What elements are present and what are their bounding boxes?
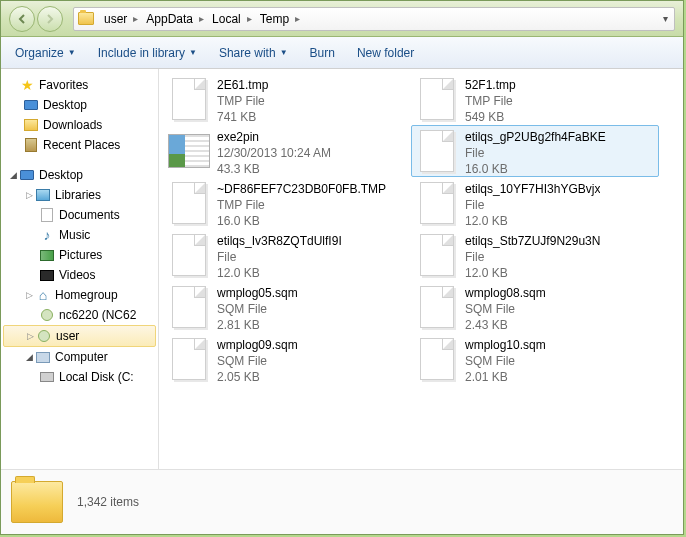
forward-button[interactable] <box>37 6 63 32</box>
file-size: 741 KB <box>217 109 268 125</box>
nav-computer[interactable]: ◢Computer <box>1 347 158 367</box>
expand-icon[interactable]: ◢ <box>23 352 35 362</box>
expand-icon[interactable]: ▷ <box>23 290 35 300</box>
nav-homegroup[interactable]: ▷⌂Homegroup <box>1 285 158 305</box>
file-type: TMP File <box>217 197 386 213</box>
nav-label: user <box>56 329 79 343</box>
crumb-temp[interactable]: Temp▸ <box>256 12 304 26</box>
file-meta: wmplog10.sqmSQM File2.01 KB <box>465 337 546 386</box>
nav-label: Recent Places <box>43 138 120 152</box>
file-type: SQM File <box>465 353 546 369</box>
file-type: File <box>217 249 342 265</box>
chevron-right-icon: ▸ <box>247 13 252 24</box>
file-name: 2E61.tmp <box>217 77 268 93</box>
share-button[interactable]: Share with▼ <box>219 46 288 60</box>
file-item[interactable]: etilqs_Stb7ZUJf9N29u3NFile12.0 KB <box>411 229 659 281</box>
desktop-icon <box>19 167 35 183</box>
nav-videos[interactable]: Videos <box>1 265 158 285</box>
nav-localdisk[interactable]: Local Disk (C: <box>1 367 158 387</box>
file-name: wmplog05.sqm <box>217 285 298 301</box>
nav-label: Homegroup <box>55 288 118 302</box>
crumb-appdata[interactable]: AppData▸ <box>142 12 208 26</box>
file-item[interactable]: wmplog10.sqmSQM File2.01 KB <box>411 333 659 385</box>
file-meta: etilqs_10YF7HI3hYGBvjxFile12.0 KB <box>465 181 600 230</box>
recent-icon <box>23 137 39 153</box>
file-size: 2.43 KB <box>465 317 546 333</box>
nav-nc6220[interactable]: nc6220 (NC62 <box>1 305 158 325</box>
file-size: 43.3 KB <box>217 161 331 177</box>
expand-icon[interactable]: ▷ <box>23 190 35 200</box>
file-item[interactable]: wmplog08.sqmSQM File2.43 KB <box>411 281 659 333</box>
file-item[interactable]: etilqs_Iv3R8ZQTdUlfI9IFile12.0 KB <box>163 229 411 281</box>
desktop-group[interactable]: ◢Desktop <box>1 165 158 185</box>
nav-libraries[interactable]: ▷Libraries <box>1 185 158 205</box>
file-item[interactable]: etilqs_10YF7HI3hYGBvjxFile12.0 KB <box>411 177 659 229</box>
address-dropdown[interactable]: ▾ <box>657 13 674 24</box>
file-name: etilqs_Stb7ZUJf9N29u3N <box>465 233 600 249</box>
folder-icon <box>78 12 94 25</box>
file-meta: etilqs_gP2UBg2fh4FaBKEFile16.0 KB <box>465 129 606 178</box>
file-item[interactable]: 2E61.tmpTMP File741 KB <box>163 73 411 125</box>
content-pane[interactable]: 2E61.tmpTMP File741 KB52F1.tmpTMP File54… <box>159 69 683 469</box>
file-item[interactable]: etilqs_gP2UBg2fh4FaBKEFile16.0 KB <box>411 125 659 177</box>
back-button[interactable] <box>9 6 35 32</box>
file-name: wmplog08.sqm <box>465 285 546 301</box>
computer-icon <box>35 349 51 365</box>
nav-label: Local Disk (C: <box>59 370 134 384</box>
file-item[interactable]: wmplog05.sqmSQM File2.81 KB <box>163 281 411 333</box>
nav-recent[interactable]: Recent Places <box>1 135 158 155</box>
music-icon: ♪ <box>39 227 55 243</box>
crumb-user[interactable]: user▸ <box>100 12 142 26</box>
user-icon <box>36 328 52 344</box>
file-item[interactable]: exe2pin12/30/2013 10:24 AM43.3 KB <box>163 125 411 177</box>
nav-downloads[interactable]: Downloads <box>1 115 158 135</box>
favorites-group[interactable]: ★Favorites <box>1 75 158 95</box>
file-meta: wmplog08.sqmSQM File2.43 KB <box>465 285 546 334</box>
favorites-label: Favorites <box>39 78 88 92</box>
document-icon <box>39 207 55 223</box>
organize-button[interactable]: Organize▼ <box>15 46 76 60</box>
folder-icon <box>11 481 63 523</box>
file-thumbnail <box>167 233 211 277</box>
file-thumbnail <box>167 129 211 173</box>
file-type: 12/30/2013 10:24 AM <box>217 145 331 161</box>
nav-pictures[interactable]: Pictures <box>1 245 158 265</box>
crumb-label: Local <box>212 12 241 26</box>
nav-buttons <box>9 6 63 32</box>
expand-icon[interactable]: ◢ <box>7 170 19 180</box>
user-icon <box>39 307 55 323</box>
nav-user[interactable]: ▷user <box>3 325 156 347</box>
file-item[interactable]: ~DF86FEF7C23DB0F0FB.TMPTMP File16.0 KB <box>163 177 411 229</box>
new-folder-button[interactable]: New folder <box>357 46 414 60</box>
main-area: ★Favorites Desktop Downloads Recent Plac… <box>1 69 683 469</box>
file-type: TMP File <box>465 93 516 109</box>
include-library-button[interactable]: Include in library▼ <box>98 46 197 60</box>
file-thumbnail <box>415 77 459 121</box>
file-name: etilqs_gP2UBg2fh4FaBKE <box>465 129 606 145</box>
chevron-down-icon: ▼ <box>280 48 288 57</box>
toolbar: Organize▼ Include in library▼ Share with… <box>1 37 683 69</box>
nav-label: Downloads <box>43 118 102 132</box>
file-item[interactable]: wmplog09.sqmSQM File2.05 KB <box>163 333 411 385</box>
address-bar[interactable]: user▸ AppData▸ Local▸ Temp▸ ▾ <box>73 7 675 31</box>
nav-documents[interactable]: Documents <box>1 205 158 225</box>
crumb-local[interactable]: Local▸ <box>208 12 256 26</box>
nav-label: Pictures <box>59 248 102 262</box>
nav-music[interactable]: ♪Music <box>1 225 158 245</box>
file-meta: 52F1.tmpTMP File549 KB <box>465 77 516 126</box>
expand-icon[interactable]: ▷ <box>24 331 36 341</box>
file-thumbnail <box>415 129 459 173</box>
file-thumbnail <box>167 285 211 329</box>
nav-desktop[interactable]: Desktop <box>1 95 158 115</box>
file-name: wmplog10.sqm <box>465 337 546 353</box>
file-size: 2.05 KB <box>217 369 298 385</box>
status-bar: 1,342 items <box>1 469 683 534</box>
burn-button[interactable]: Burn <box>310 46 335 60</box>
file-item[interactable]: 52F1.tmpTMP File549 KB <box>411 73 659 125</box>
file-type: TMP File <box>217 93 268 109</box>
file-meta: wmplog05.sqmSQM File2.81 KB <box>217 285 298 334</box>
chevron-right-icon: ▸ <box>295 13 300 24</box>
file-size: 16.0 KB <box>217 213 386 229</box>
title-bar: user▸ AppData▸ Local▸ Temp▸ ▾ <box>1 1 683 37</box>
item-count: 1,342 items <box>77 495 139 509</box>
